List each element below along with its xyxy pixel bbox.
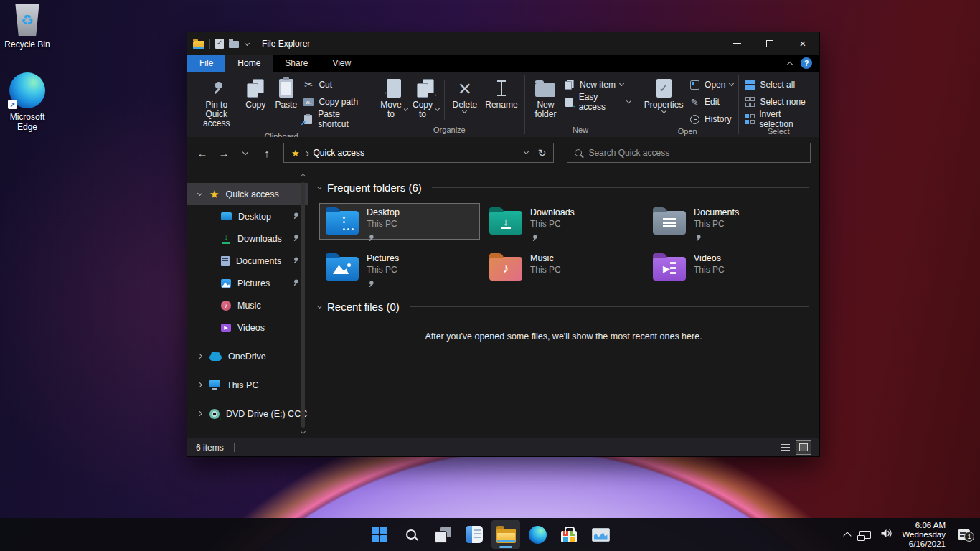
- hidden-icons-chevron-icon[interactable]: [844, 532, 852, 540]
- copy-button[interactable]: Copy: [242, 75, 270, 112]
- edit-button[interactable]: Edit: [689, 95, 733, 108]
- quick-access-toolbar: [193, 39, 255, 49]
- copy-path-button[interactable]: Copy path: [303, 95, 369, 108]
- notifications-button[interactable]: 1: [958, 529, 970, 540]
- folder-tile-documents[interactable]: Documents This PC: [646, 203, 807, 240]
- minimize-button[interactable]: [720, 32, 753, 55]
- delete-button[interactable]: Delete: [449, 75, 481, 115]
- select-all-button[interactable]: Select all: [744, 78, 813, 91]
- taskbar-center: [365, 518, 615, 551]
- sidebar-item-downloads[interactable]: Downloads: [187, 227, 308, 250]
- network-icon[interactable]: [859, 531, 871, 539]
- desktop-icon-microsoft-edge[interactable]: Microsoft Edge: [4, 72, 50, 132]
- new-folder-button[interactable]: New folder: [530, 75, 561, 121]
- sidebar-item-dvd-drive[interactable]: DVD Drive (E:) CCC: [187, 402, 308, 425]
- open-button[interactable]: Open: [689, 78, 733, 91]
- rename-button[interactable]: Rename: [484, 75, 519, 112]
- sidebar-scrollbar[interactable]: [298, 169, 308, 438]
- recent-files-header[interactable]: Recent files (0): [318, 301, 809, 313]
- sidebar-item-music[interactable]: Music: [187, 294, 308, 316]
- taskbar-clock[interactable]: 6:06 AM Wednesday 6/16/2021: [902, 521, 946, 549]
- folder-tile-videos[interactable]: ​ Videos This PC: [646, 249, 807, 286]
- expand-chevron-icon[interactable]: [197, 190, 202, 195]
- history-button[interactable]: History: [689, 113, 733, 126]
- collapse-section-chevron-icon[interactable]: [317, 303, 322, 308]
- paste-button[interactable]: Paste: [272, 75, 300, 112]
- sidebar-item-documents[interactable]: Documents: [187, 250, 308, 272]
- help-button[interactable]: ?: [801, 57, 812, 69]
- recent-locations-button[interactable]: [236, 143, 255, 162]
- refresh-icon[interactable]: [538, 146, 547, 159]
- cut-button[interactable]: Cut: [303, 78, 369, 91]
- select-none-button[interactable]: Select none: [744, 95, 813, 108]
- tab-view[interactable]: View: [320, 55, 363, 72]
- up-button[interactable]: ↑: [258, 143, 276, 162]
- folder-tile-downloads[interactable]: Downloads This PC: [483, 203, 644, 240]
- large-icons-view-button[interactable]: [796, 441, 811, 454]
- paste-shortcut-button[interactable]: Paste shortcut: [303, 113, 369, 126]
- navigation-bar: ← → ↑ Quick access: [187, 137, 819, 169]
- sidebar-item-quick-access[interactable]: Quick access: [187, 183, 308, 205]
- large-icons-view-icon: [799, 443, 808, 451]
- search-box[interactable]: [567, 143, 811, 163]
- sidebar-item-desktop[interactable]: Desktop: [187, 205, 308, 227]
- scroll-up-icon[interactable]: [301, 174, 306, 179]
- frequent-folders-header[interactable]: Frequent folders (6): [318, 182, 809, 194]
- tile-name: Music: [530, 253, 561, 264]
- widgets-button[interactable]: [460, 520, 489, 549]
- tab-home[interactable]: Home: [225, 55, 273, 72]
- search-icon: [406, 529, 416, 540]
- properties-icon[interactable]: [215, 39, 224, 49]
- copy-to-icon: [417, 77, 434, 99]
- recycle-bin-icon: [14, 4, 40, 36]
- pin-to-quick-access-button[interactable]: Pin to Quick access: [194, 75, 240, 131]
- back-button[interactable]: ←: [193, 143, 212, 162]
- sidebar-item-this-pc[interactable]: This PC: [187, 374, 308, 396]
- collapse-ribbon-chevron-icon[interactable]: [787, 62, 793, 67]
- delete-icon: [458, 77, 472, 99]
- tile-name: Documents: [694, 207, 739, 218]
- task-manager-button[interactable]: [586, 520, 615, 549]
- sidebar-item-videos[interactable]: Videos: [187, 316, 308, 339]
- folder-tile-music[interactable]: Music This PC: [483, 249, 644, 286]
- properties-button[interactable]: Properties: [641, 75, 686, 115]
- maximize-button[interactable]: [753, 32, 786, 55]
- store-bag-icon: [561, 531, 577, 542]
- new-item-button[interactable]: New item: [564, 78, 631, 91]
- invert-selection-button[interactable]: Invert selection: [744, 113, 813, 126]
- taskbar-file-explorer-button[interactable]: [491, 520, 520, 549]
- scrollbar-thumb[interactable]: [301, 182, 305, 428]
- ribbon-group-open: Properties Open Edit History: [636, 72, 738, 137]
- tab-share[interactable]: Share: [273, 55, 320, 72]
- tab-file[interactable]: File: [187, 55, 225, 72]
- start-button[interactable]: [365, 520, 394, 549]
- folder-tile-pictures[interactable]: Pictures This PC: [319, 249, 480, 286]
- sidebar-item-onedrive[interactable]: OneDrive: [187, 345, 308, 367]
- task-view-button[interactable]: [428, 520, 457, 549]
- collapsed-chevron-icon[interactable]: [197, 354, 202, 359]
- desktop-icon-recycle-bin[interactable]: Recycle Bin: [1, 4, 53, 50]
- dropdown-chevron-icon: [619, 81, 624, 86]
- forward-button[interactable]: →: [215, 143, 233, 162]
- copy-to-button[interactable]: Copy to: [411, 75, 440, 121]
- button-label: Pin to Quick access: [196, 100, 237, 128]
- sidebar-item-pictures[interactable]: Pictures: [187, 272, 308, 294]
- search-input[interactable]: [588, 148, 803, 158]
- collapsed-chevron-icon[interactable]: [197, 382, 202, 387]
- volume-icon[interactable]: [880, 528, 892, 542]
- details-view-button[interactable]: [778, 441, 792, 454]
- address-dropdown-chevron-icon[interactable]: [524, 149, 529, 154]
- collapse-section-chevron-icon[interactable]: [317, 184, 322, 189]
- easy-access-button[interactable]: Easy access: [564, 95, 631, 108]
- taskbar-search-button[interactable]: [397, 520, 425, 549]
- address-bar[interactable]: Quick access: [283, 143, 555, 163]
- close-button[interactable]: ×: [786, 32, 819, 55]
- new-folder-icon[interactable]: [229, 41, 239, 48]
- collapsed-chevron-icon[interactable]: [197, 411, 202, 416]
- move-to-button[interactable]: Move to: [380, 75, 408, 121]
- microsoft-store-button[interactable]: [555, 520, 583, 549]
- taskbar-edge-button[interactable]: [523, 520, 552, 549]
- scroll-down-icon[interactable]: [301, 429, 306, 434]
- folder-tile-desktop[interactable]: Desktop This PC: [319, 203, 480, 240]
- customize-toolbar-chevron-icon[interactable]: [244, 42, 250, 46]
